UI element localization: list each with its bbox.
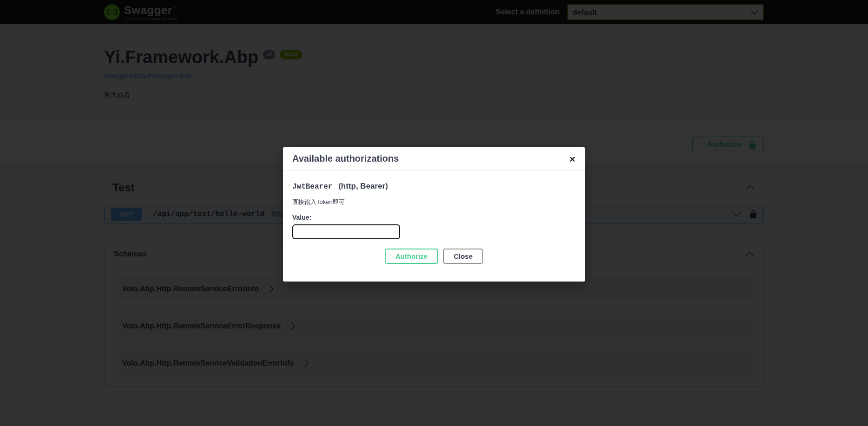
modal-authorize-button[interactable]: Authorize — [385, 249, 438, 264]
modal-title: Available authorizations — [292, 153, 576, 164]
modal-button-row: Authorize Close — [292, 249, 576, 264]
modal-body: JwtBearer (http, Bearer) 直接输入Token即可 Val… — [283, 170, 585, 282]
close-icon[interactable]: ✕ — [567, 153, 578, 166]
auth-dialog: Available authorizations ✕ JwtBearer (ht… — [0, 0, 868, 426]
token-input[interactable] — [292, 224, 400, 239]
scheme-description: 直接输入Token即可 — [292, 198, 576, 206]
scheme-title: JwtBearer (http, Bearer) — [292, 182, 576, 191]
scheme-name: JwtBearer — [292, 183, 332, 191]
scheme-type: (http, Bearer) — [338, 182, 388, 190]
auth-modal: Available authorizations ✕ JwtBearer (ht… — [283, 147, 585, 282]
value-label: Value: — [292, 214, 576, 221]
modal-header: Available authorizations ✕ — [283, 147, 585, 170]
modal-close-button[interactable]: Close — [443, 249, 483, 264]
